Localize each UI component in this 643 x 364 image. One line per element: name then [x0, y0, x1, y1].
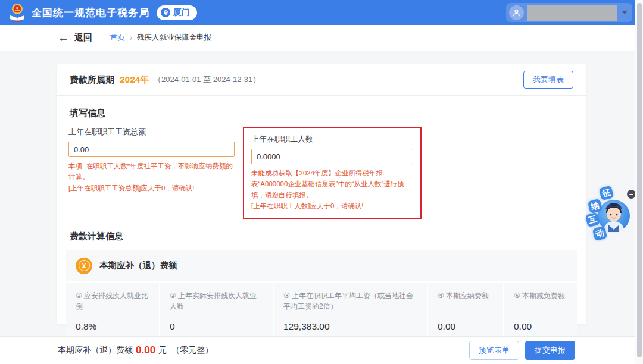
main-area: 费款所属期 2024年 （2024-01-01 至 2024-12-31） 我要… — [0, 51, 643, 336]
yuan-coin-icon: ¥ — [76, 258, 92, 274]
back-button[interactable]: 返回 — [74, 32, 92, 43]
total-wages-field-group: 上年在职职工工资总额 本项=在职职工人数*年度社平工资，不影响应纳费额的计算。 … — [68, 127, 235, 193]
employee-count-label: 上年在职职工人数 — [251, 134, 413, 145]
app-header: 全国统一规范电子税务局 厦门 — [0, 0, 643, 25]
back-arrow-icon[interactable]: ← — [58, 32, 69, 43]
calc-section-title: 费款计算信息 — [70, 231, 573, 242]
footer-amount: 0.00 — [136, 344, 155, 356]
footer-result-label: 本期应补（退）费额 — [58, 345, 133, 356]
hint-line: 本项=在职职工人数*年度社平工资，不影响应纳费额的计算。 — [68, 161, 235, 183]
hint-line: [上年在职职工人数]应大于0，请确认! — [251, 200, 413, 211]
footer-unit: 元 — [158, 345, 167, 356]
preview-form-button[interactable]: 预览表单 — [469, 341, 519, 360]
col-value: 0.8% — [76, 321, 149, 332]
col-value: 0 — [170, 321, 263, 332]
breadcrumb-current: 残疾人就业保障金申报 — [137, 33, 211, 43]
app-title: 全国统一规范电子税务局 — [32, 6, 149, 20]
col-value: 129,383.00 — [283, 321, 417, 332]
col-header: ② 上年实际安排残疾人就业人数 — [170, 290, 263, 315]
total-wages-label: 上年在职职工工资总额 — [68, 127, 235, 137]
calc-table: ① 应安排残疾人就业比例 0.8% ② 上年实际安排残疾人就业人数 0 ③ 上年… — [66, 281, 577, 342]
hint-line: 未能成功获取【2024年度】企业所得税年报表“A000000企业基础信息表”中的… — [251, 168, 413, 200]
period-header-row: 费款所属期 2024年 （2024-01-01 至 2024-12-31） 我要… — [57, 64, 586, 96]
submit-declaration-button[interactable]: 提交申报 — [525, 341, 575, 360]
user-account-dropdown[interactable] — [506, 3, 632, 22]
breadcrumb: 首页 › 残疾人就业保障金申报 — [110, 33, 211, 43]
user-avatar-icon — [509, 5, 524, 20]
employee-count-hints: 未能成功获取【2024年度】企业所得税年报表“A000000企业基础信息表”中的… — [251, 168, 413, 212]
scrollbar-thumb[interactable] — [637, 3, 642, 357]
location-pin-icon — [161, 8, 170, 17]
hint-line: [上年在职职工工资总额]应大于0，请确认! — [68, 183, 235, 193]
calc-col-payable: ④ 本期应纳费额 0.00 — [427, 283, 503, 342]
chevron-down-icon — [622, 11, 628, 14]
form-fields-row: 上年在职职工工资总额 本项=在职职工人数*年度社平工资，不影响应纳费额的计算。 … — [57, 127, 586, 219]
col-header: ④ 本期应纳费额 — [438, 290, 494, 315]
declaration-card: 费款所属期 2024年 （2024-01-01 至 2024-12-31） 我要… — [57, 64, 586, 324]
breadcrumb-bar: ← 返回 首页 › 残疾人就业保障金申报 — [0, 25, 643, 51]
col-value: 0.00 — [438, 321, 494, 332]
fill-form-button[interactable]: 我要填表 — [523, 71, 573, 89]
employee-count-input[interactable] — [251, 149, 413, 164]
period-year: 2024年 — [120, 74, 149, 86]
fill-section-title: 填写信息 — [70, 108, 573, 119]
period-date-range: （2024-01-01 至 2024-12-31） — [154, 74, 260, 85]
employee-count-highlight-box: 上年在职职工人数 未能成功获取【2024年度】企业所得税年报表“A000000企… — [243, 127, 422, 219]
calc-col-ratio: ① 应安排残疾人就业比例 0.8% — [66, 283, 159, 342]
calc-panel-title: 本期应补（退）费额 — [99, 260, 177, 271]
employee-count-field-group: 上年在职职工人数 未能成功获取【2024年度】企业所得税年报表“A000000企… — [251, 134, 413, 212]
calc-col-reduction: ⑤ 本期减免费额 0.00 — [503, 283, 577, 342]
period-label: 费款所属期 — [70, 74, 114, 86]
calc-panel-header: ¥ 本期应补（退）费额 — [66, 250, 577, 281]
col-header: ① 应安排残疾人就业比例 — [76, 290, 149, 315]
location-selector[interactable]: 厦门 — [157, 5, 197, 20]
calc-col-avg-wage: ③ 上年在职职工年平均工资（或当地社会平均工资的2倍） 129,383.00 — [273, 283, 427, 342]
col-value: 0.00 — [514, 321, 567, 332]
calc-col-actual-count: ② 上年实际安排残疾人就业人数 0 — [159, 283, 273, 342]
col-header: ⑤ 本期减免费额 — [514, 290, 567, 315]
location-label: 厦门 — [173, 7, 190, 18]
calc-panel: ¥ 本期应补（退）费额 ① 应安排残疾人就业比例 0.8% ② 上年实际安排残疾… — [66, 250, 577, 342]
total-wages-hints: 本项=在职职工人数*年度社平工资，不影响应纳费额的计算。 [上年在职职工工资总额… — [68, 161, 235, 193]
breadcrumb-separator: › — [130, 34, 132, 42]
breadcrumb-home-link[interactable]: 首页 — [110, 33, 125, 43]
page-scrollbar[interactable] — [635, 0, 643, 364]
tax-assistant-widget[interactable]: 征 纳 互 动 — [583, 183, 635, 243]
col-header: ③ 上年在职职工年平均工资（或当地社会平均工资的2倍） — [283, 290, 417, 315]
total-wages-input[interactable] — [68, 142, 235, 157]
footer-buttons: 预览表单 提交申报 — [469, 341, 575, 360]
national-emblem-logo — [8, 3, 26, 22]
footer-amount-words: （零元整） — [171, 345, 213, 356]
user-name-redacted — [527, 5, 617, 21]
footer-action-bar: 本期应补（退）费额 0.00 元 （零元整） 预览表单 提交申报 — [0, 336, 643, 364]
